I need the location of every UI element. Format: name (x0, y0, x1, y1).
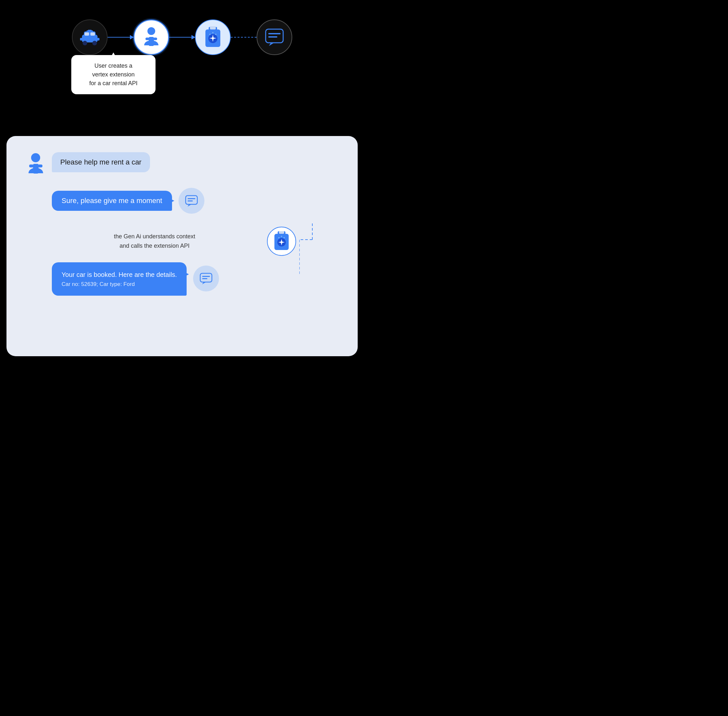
svg-point-2 (83, 41, 87, 46)
connector-1 (108, 37, 134, 38)
svg-rect-41 (200, 273, 212, 282)
svg-rect-23 (268, 36, 277, 38)
svg-rect-36 (279, 231, 284, 234)
svg-rect-9 (88, 30, 92, 32)
svg-point-24 (31, 153, 40, 162)
svg-rect-12 (146, 38, 149, 40)
ai-bubble-1: Sure, please give me a moment (52, 191, 172, 211)
svg-rect-27 (38, 164, 43, 167)
user-message-bubble: Please help me rent a car (52, 152, 150, 172)
svg-rect-25 (33, 164, 38, 174)
user-icon-circle (134, 20, 169, 55)
svg-rect-30 (188, 200, 193, 202)
svg-rect-16 (210, 26, 216, 29)
svg-rect-11 (149, 37, 154, 46)
middle-annotation-row: the Gen Ai understands context and calls… (52, 227, 338, 256)
svg-rect-4 (80, 38, 83, 41)
svg-point-3 (92, 41, 97, 46)
tooltip-box: User creates a vertex extension for a ca… (71, 55, 155, 94)
svg-point-38 (278, 237, 280, 238)
user-avatar (26, 152, 46, 178)
tooltip-text: User creates a vertex extension for a ca… (89, 62, 137, 86)
connector-2 (169, 37, 195, 38)
top-section: User creates a vertex extension for a ca… (0, 0, 364, 136)
connector-3 (231, 37, 257, 38)
svg-rect-29 (188, 198, 195, 199)
car-icon-circle (72, 20, 108, 55)
vertex-icon-bottom (267, 227, 296, 256)
svg-point-40 (284, 237, 285, 238)
chat-icon-circle-top (257, 20, 292, 55)
svg-rect-28 (185, 196, 197, 204)
booked-message-row: Your car is booked. Here are the details… (26, 262, 338, 296)
dashed-connector-vertical (299, 223, 325, 288)
svg-rect-13 (153, 38, 157, 40)
svg-point-39 (281, 236, 282, 237)
svg-rect-6 (85, 32, 89, 36)
annotation-text: the Gen Ai understands context and calls… (52, 232, 257, 251)
svg-rect-7 (90, 32, 95, 36)
vertex-icon-circle-top (195, 20, 231, 55)
svg-rect-22 (268, 33, 281, 34)
ai-chat-icon-2 (193, 265, 219, 291)
svg-rect-26 (29, 164, 34, 167)
user-message-row: Please help me rent a car (26, 152, 338, 178)
svg-point-10 (147, 27, 155, 35)
svg-point-19 (212, 32, 213, 33)
booked-bubble: Your car is booked. Here are the details… (52, 262, 187, 296)
svg-rect-43 (202, 278, 207, 279)
ai-response-row-1: Sure, please give me a moment (26, 188, 338, 214)
ai-chat-icon-1 (178, 188, 204, 214)
svg-point-18 (209, 34, 211, 35)
main-content-area: Please help me rent a car Sure, please g… (26, 152, 338, 296)
svg-rect-42 (202, 276, 210, 277)
flow-row (20, 20, 345, 55)
svg-rect-5 (97, 38, 99, 41)
svg-rect-21 (266, 29, 283, 43)
bottom-section: Please help me rent a car Sure, please g… (6, 136, 358, 356)
svg-point-20 (215, 34, 216, 35)
